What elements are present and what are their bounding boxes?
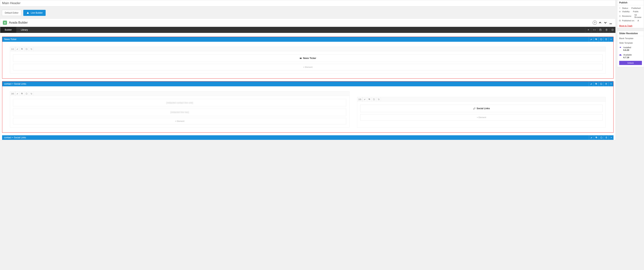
toolbar-code-icon[interactable]	[591, 27, 597, 33]
toolbar-trash-icon[interactable]	[603, 27, 609, 33]
column[interactable]: 1/1 News Ticker	[10, 47, 606, 74]
status-row: Status: Published	[619, 6, 642, 10]
flag-icon	[619, 46, 622, 49]
svg-rect-6	[300, 58, 302, 59]
slider-revolution-box: Slider Revolution Blank Template Slide T…	[617, 31, 644, 67]
container-collapse-icon[interactable]	[608, 135, 614, 140]
available-version: Available6.7.18	[617, 52, 644, 60]
container-clone-icon[interactable]	[594, 81, 598, 86]
svg-rect-7	[596, 84, 597, 84]
help-icon[interactable]: ?	[593, 21, 597, 25]
slider-title: Slider Revolution	[617, 31, 644, 36]
container-contact-social[interactable]: contact + Social Links	[2, 81, 614, 133]
live-builder-button[interactable]: Live Builder	[23, 10, 46, 16]
svg-point-15	[620, 7, 620, 8]
container-title[interactable]: contact + Social Links	[2, 83, 589, 85]
container-news-ticker[interactable]: News Ticker 1/1	[2, 37, 614, 79]
chevron-up-icon[interactable]	[598, 21, 602, 25]
svg-rect-11	[369, 99, 370, 100]
move-to-trash-link[interactable]: Move to Trash	[617, 23, 644, 28]
column-trash-icon[interactable]	[29, 91, 34, 96]
add-element-button[interactable]: Element	[13, 64, 602, 70]
toolbar-up-icon[interactable]	[585, 27, 591, 33]
avada-icon	[26, 11, 29, 14]
svg-point-16	[620, 11, 620, 12]
default-editor-button[interactable]: Default Editor	[2, 10, 22, 16]
column-edit-icon[interactable]	[15, 91, 20, 96]
eye-icon	[619, 10, 621, 13]
container-edit-icon[interactable]	[589, 135, 594, 140]
tab-builder[interactable]: Builder	[0, 27, 16, 33]
column-trash-icon[interactable]	[376, 97, 381, 102]
toolbar-history-icon[interactable]	[609, 27, 616, 33]
card-icon	[300, 57, 302, 60]
column-clone-icon[interactable]	[20, 91, 24, 96]
tab-library[interactable]: Library	[16, 27, 32, 33]
blank-template-link[interactable]: Blank Template	[617, 36, 644, 41]
column-save-icon[interactable]	[24, 91, 29, 96]
svg-rect-12	[368, 99, 370, 100]
container-save-icon[interactable]	[599, 135, 604, 140]
container-collapse-icon[interactable]	[608, 37, 613, 42]
column-clone-icon[interactable]	[20, 47, 24, 51]
history-icon	[619, 15, 621, 17]
container-title[interactable]: News Ticker	[2, 38, 589, 41]
element-news-ticker[interactable]: News Ticker	[13, 54, 602, 62]
container-trash-icon[interactable]	[604, 135, 608, 140]
container-collapse-icon[interactable]	[608, 81, 613, 86]
post-title-input[interactable]	[0, 0, 616, 6]
column-trash-icon[interactable]	[29, 47, 34, 51]
container-edit-icon[interactable]	[589, 37, 594, 42]
unlock-button[interactable]: Unlock	[619, 61, 642, 65]
column-edit-icon[interactable]	[15, 47, 20, 51]
installed-version: Installed6.6.20	[617, 45, 644, 52]
container-clone-icon[interactable]	[594, 37, 598, 42]
svg-rect-8	[596, 83, 596, 84]
publish-box: Publish Status: Published Visibility: Pu…	[617, 0, 644, 28]
column-edit-icon[interactable]	[363, 97, 367, 102]
slide-template-link[interactable]: Slide Template	[617, 41, 644, 45]
calendar-icon	[619, 20, 621, 22]
container-title[interactable]: contact + Social Links	[2, 136, 589, 139]
column[interactable]: 2/5 Social Links	[357, 97, 606, 128]
container-save-icon[interactable]	[598, 81, 604, 86]
toolbar-save-icon[interactable]	[597, 27, 603, 33]
link-icon	[473, 107, 476, 110]
container-edit-icon[interactable]	[589, 81, 594, 86]
container-trash-icon[interactable]	[604, 37, 608, 42]
chevron-down-icon[interactable]	[603, 21, 608, 25]
element-text[interactable]: [redacted contact line one]	[13, 99, 346, 107]
collapse-icon[interactable]	[608, 21, 613, 25]
container-clone-icon[interactable]	[594, 135, 599, 140]
element-label: News Ticker	[303, 57, 316, 60]
publish-title: Publish	[617, 0, 644, 5]
column[interactable]: 3/5 [redacted contact line one] [redacte…	[10, 91, 350, 128]
svg-rect-9	[22, 93, 23, 94]
element-social-links[interactable]: Social Links	[360, 105, 602, 112]
svg-rect-2	[596, 39, 597, 40]
published-row: Published on: A	[619, 19, 642, 22]
svg-rect-13	[596, 137, 597, 138]
add-element-button[interactable]: Element	[360, 114, 602, 121]
container-trash-icon[interactable]	[604, 81, 608, 86]
column-fraction[interactable]: 2/5	[357, 97, 362, 102]
column-clone-icon[interactable]	[367, 97, 372, 102]
column-fraction[interactable]: 1/1	[10, 47, 15, 51]
add-element-button[interactable]: Element	[13, 118, 346, 124]
svg-rect-0	[610, 24, 612, 24]
svg-rect-4	[22, 49, 23, 49]
avada-logo	[3, 21, 7, 25]
svg-rect-10	[22, 93, 22, 94]
svg-rect-18	[619, 20, 620, 21]
column-save-icon[interactable]	[24, 47, 29, 51]
revisions-row[interactable]: Revisions: 50 Browse	[619, 13, 642, 19]
container-contact-social-2[interactable]: contact + Social Links	[2, 135, 614, 140]
element-text[interactable]: [redacted line two]	[13, 109, 346, 116]
pin-icon	[619, 7, 621, 9]
live-builder-label: Live Builder	[31, 11, 43, 14]
visibility-row: Visibility: Public	[619, 10, 642, 13]
container-save-icon[interactable]	[598, 37, 604, 42]
svg-rect-5	[22, 48, 22, 49]
column-save-icon[interactable]	[372, 97, 376, 102]
column-fraction[interactable]: 3/5	[10, 91, 15, 96]
